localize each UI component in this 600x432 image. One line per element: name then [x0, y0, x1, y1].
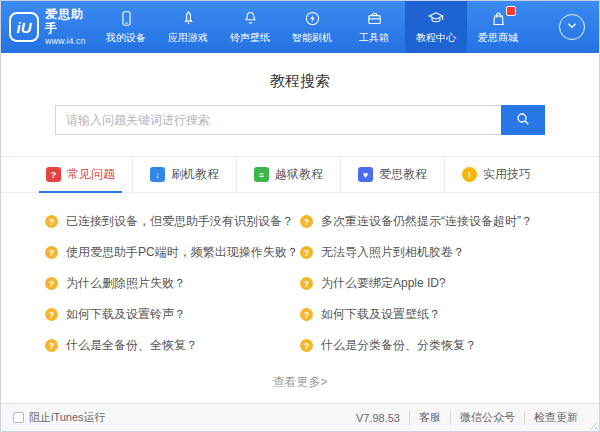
lightbulb-icon: ! — [462, 167, 477, 182]
collapse-menu-button[interactable] — [559, 14, 585, 40]
flash-tutorial-icon: ↓ — [150, 167, 165, 182]
tab-faq[interactable]: ? 常见问题 — [29, 157, 132, 192]
nav-item-label: 工具箱 — [359, 31, 389, 45]
faq-question[interactable]: ? 为什么要绑定Apple ID? — [300, 268, 555, 299]
question-icon: ? — [45, 308, 58, 321]
wechat-official-account-link[interactable]: 微信公众号 — [450, 410, 524, 425]
brand-name: 爱思助手 — [45, 8, 95, 36]
faq-icon: ? — [46, 167, 61, 182]
block-itunes-label: 阻止iTunes运行 — [29, 410, 106, 425]
brand-url: www.i4.cn — [45, 36, 95, 46]
view-more-link[interactable]: 查看更多> — [1, 374, 599, 391]
faq-question[interactable]: ? 如何下载及设置壁纸？ — [300, 299, 555, 330]
nav-item-smart-flash[interactable]: 智能刷机 — [281, 1, 343, 53]
question-icon: ? — [300, 215, 313, 228]
search-bar — [55, 105, 545, 135]
graduation-cap-icon — [427, 10, 445, 28]
faq-question[interactable]: ? 什么是全备份、全恢复？ — [45, 330, 300, 361]
nav-item-tutorial-center[interactable]: 教程中心 — [405, 1, 467, 53]
titlebar: iU 爱思助手 www.i4.cn 我的设备 应用游戏 — [1, 1, 599, 53]
tab-flash-tutorials[interactable]: ↓ 刷机教程 — [132, 157, 236, 192]
search-button[interactable] — [501, 105, 545, 135]
question-icon: ? — [300, 339, 313, 352]
nav-item-ringtones-wallpapers[interactable]: 铃声壁纸 — [219, 1, 281, 53]
phone-icon — [118, 10, 135, 28]
nav-item-label: 铃声壁纸 — [230, 31, 270, 45]
nav-item-label: 我的设备 — [106, 31, 146, 45]
bell-icon — [242, 10, 259, 28]
page-title: 教程搜索 — [1, 53, 599, 91]
logo-icon: iU — [9, 12, 39, 42]
nav-item-label: 智能刷机 — [292, 31, 332, 45]
faq-list: ? 已连接到设备，但爱思助手没有识别设备？ ? 使用爱思助手PC端时，频繁出现操… — [1, 193, 599, 361]
jailbreak-tutorial-icon: ≡ — [254, 167, 269, 182]
chevron-down-icon — [561, 14, 583, 40]
faq-column-left: ? 已连接到设备，但爱思助手没有识别设备？ ? 使用爱思助手PC端时，频繁出现操… — [45, 206, 300, 361]
question-icon: ? — [300, 246, 313, 259]
nav-item-toolbox[interactable]: 工具箱 — [343, 1, 405, 53]
tab-tips[interactable]: ! 实用技巧 — [444, 157, 548, 192]
app-logo: iU 爱思助手 www.i4.cn — [1, 1, 95, 53]
question-icon: ? — [300, 277, 313, 290]
faq-question[interactable]: ? 使用爱思助手PC端时，频繁出现操作失败？ — [45, 237, 300, 268]
question-icon: ? — [45, 277, 58, 290]
nav-item-apps-games[interactable]: 应用游戏 — [157, 1, 219, 53]
faq-column-right: ? 多次重连设备仍然提示“连接设备超时”？ ? 无法导入照片到相机胶卷？ ? 为… — [300, 206, 555, 361]
main-nav: 我的设备 应用游戏 铃声壁纸 智能刷机 — [95, 1, 559, 53]
block-itunes-checkbox[interactable]: 阻止iTunes运行 — [13, 410, 106, 425]
faq-question[interactable]: ? 什么是分类备份、分类恢复？ — [300, 330, 555, 361]
faq-question[interactable]: ? 无法导入照片到相机胶卷？ — [300, 237, 555, 268]
question-icon: ? — [45, 246, 58, 259]
tab-aisi-tutorials[interactable]: ♥ 爱思教程 — [340, 157, 444, 192]
faq-question[interactable]: ? 如何下载及设置铃声？ — [45, 299, 300, 330]
nav-item-label: 教程中心 — [416, 31, 456, 45]
tab-jailbreak-tutorials[interactable]: ≡ 越狱教程 — [236, 157, 340, 192]
aisi-tutorial-icon: ♥ — [358, 167, 373, 182]
version-label: V7.98.53 — [347, 412, 409, 424]
tutorial-search-page: 教程搜索 ? 常见问题 ↓ 刷机教程 ≡ 越狱教程 — [1, 53, 599, 403]
rocket-icon — [180, 10, 197, 28]
toolbox-icon — [366, 10, 383, 28]
nav-item-label: 应用游戏 — [168, 31, 208, 45]
question-icon: ? — [45, 339, 58, 352]
checkbox-icon — [13, 412, 24, 423]
nav-item-label: 爱思商城 — [478, 31, 518, 45]
question-icon: ? — [300, 308, 313, 321]
app-window: iU 爱思助手 www.i4.cn 我的设备 应用游戏 — [0, 0, 600, 432]
flash-icon — [304, 10, 321, 28]
nav-item-my-devices[interactable]: 我的设备 — [95, 1, 157, 53]
faq-question[interactable]: ? 多次重连设备仍然提示“连接设备超时”？ — [300, 206, 555, 237]
shop-bag-icon — [490, 10, 507, 28]
faq-question[interactable]: ? 为什么删除照片失败？ — [45, 268, 300, 299]
check-update-link[interactable]: 检查更新 — [524, 410, 587, 425]
notification-badge — [506, 6, 516, 16]
customer-service-link[interactable]: 客服 — [409, 410, 450, 425]
status-bar: 阻止iTunes运行 V7.98.53 客服 微信公众号 检查更新 — [1, 403, 599, 431]
nav-item-aisi-mall[interactable]: 爱思商城 — [467, 1, 529, 53]
search-icon — [515, 111, 531, 130]
search-input[interactable] — [55, 105, 501, 135]
tutorial-tabs: ? 常见问题 ↓ 刷机教程 ≡ 越狱教程 ♥ 爱思教程 ! 实用技巧 — [1, 157, 599, 193]
faq-question[interactable]: ? 已连接到设备，但爱思助手没有识别设备？ — [45, 206, 300, 237]
question-icon: ? — [45, 215, 58, 228]
